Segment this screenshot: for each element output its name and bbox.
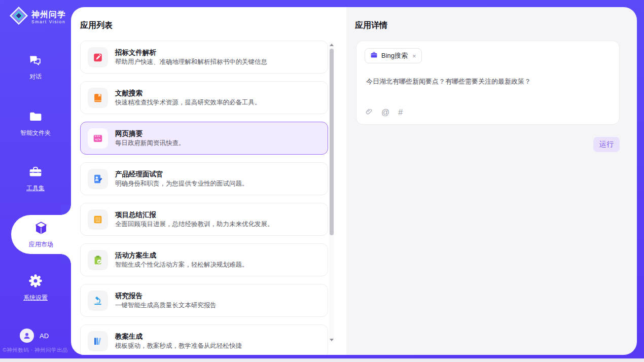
app-desc: 模板驱动，教案秒成，教学准备从此轻松快捷 xyxy=(115,341,242,350)
app-desc: 帮助用户快速、准确地理解和解析招标书中的关键信息 xyxy=(115,57,267,66)
app-desc: 每日政府新闻资讯快查。 xyxy=(115,138,185,148)
sidebar-item-app-market[interactable]: 应用市场 xyxy=(11,215,71,254)
folder-icon xyxy=(28,110,43,125)
app-desc: 智能生成个性化活动方案，轻松解决规划难题。 xyxy=(115,260,248,269)
sidebar-item-label: 系统设置 xyxy=(23,294,48,302)
sidebar-item-chat[interactable]: 对话 xyxy=(0,54,71,81)
microscope-icon xyxy=(88,291,108,311)
app-card-activity-plan[interactable]: 活动方案生成 智能生成个性化活动方案，轻松解决规划难题。 xyxy=(80,243,328,276)
book-icon xyxy=(88,88,108,108)
app-name: 活动方案生成 xyxy=(115,251,248,260)
sidebar-item-settings[interactable]: 系统设置 xyxy=(0,274,71,302)
copyright-text: ©神州数码 · 神州问学出品 xyxy=(3,347,68,354)
browser-code-icon: </> xyxy=(88,128,108,149)
close-icon[interactable]: × xyxy=(411,52,416,60)
input-toolbar: @ # xyxy=(365,107,403,117)
interviewer-icon xyxy=(88,169,108,189)
app-detail-panel: 应用详情 Bing搜索 × 今日湖北有哪些新闻要点？有哪些需要关注的最新政策？ xyxy=(346,7,637,355)
edit-doc-icon xyxy=(88,47,108,67)
sidebar-item-label: 应用市场 xyxy=(29,240,53,249)
tool-tag-label: Bing搜索 xyxy=(381,51,408,60)
app-name: 项目总结汇报 xyxy=(115,210,274,220)
main-content: 应用列表 招标文件解析 帮助用户快速、准确地理解和解析招标书中的关键信息 xyxy=(71,7,637,355)
sidebar-item-toolset[interactable]: 工具集 xyxy=(0,165,71,193)
app-name: 产品经理面试官 xyxy=(115,170,248,179)
user-name: AD xyxy=(40,332,49,340)
hash-icon[interactable]: # xyxy=(398,108,403,117)
app-card-literature-search[interactable]: 文献搜索 快速精准查找学术资源，提高研究效率的必备工具。 xyxy=(80,81,328,114)
app-card-research-report[interactable]: 研究报告 一键智能生成高质量长文本研究报告 xyxy=(80,284,328,317)
scroll-up-arrow-icon[interactable] xyxy=(329,42,334,48)
cube-icon xyxy=(33,221,49,238)
sidebar-item-label: 工具集 xyxy=(26,184,45,193)
app-desc: 一键智能生成高质量长文本研究报告 xyxy=(115,301,217,310)
clipboard-check-icon xyxy=(88,250,108,270)
bottom-strip xyxy=(0,358,644,362)
paperclip-icon[interactable] xyxy=(365,107,373,117)
app-list-scrollbar[interactable] xyxy=(329,42,334,343)
gear-icon xyxy=(28,274,43,290)
app-card-lesson-plan[interactable]: 教案生成 模板驱动，教案秒成，教学准备从此轻松快捷 xyxy=(80,324,328,355)
app-detail-title: 应用详情 xyxy=(355,20,387,31)
mention-icon[interactable]: @ xyxy=(381,108,389,117)
app-name: 研究报告 xyxy=(115,292,217,301)
app-card-pm-interviewer[interactable]: 产品经理面试官 明确身份和职责，为您提供专业性的面试问题。 xyxy=(80,162,328,195)
app-logo: 神州问学 Smart Vision xyxy=(9,6,66,28)
app-name: 文献搜索 xyxy=(115,89,261,98)
note-grid-icon xyxy=(88,209,108,230)
run-button[interactable]: 运行 xyxy=(593,137,620,152)
app-desc: 明确身份和职责，为您提供专业性的面试问题。 xyxy=(115,179,248,188)
app-list-panel: 应用列表 招标文件解析 帮助用户快速、准确地理解和解析招标书中的关键信息 xyxy=(71,7,346,355)
prompt-card: Bing搜索 × 今日湖北有哪些新闻要点？有哪些需要关注的最新政策？ @ # xyxy=(356,41,620,125)
sidebar-item-label: 智能文件夹 xyxy=(20,129,51,137)
avatar xyxy=(20,329,34,343)
scrollbar-thumb[interactable] xyxy=(330,49,334,235)
tool-tag-bing-search[interactable]: Bing搜索 × xyxy=(365,48,422,63)
prompt-text[interactable]: 今日湖北有哪些新闻要点？有哪些需要关注的最新政策？ xyxy=(366,77,611,86)
logo-title: 神州问学 xyxy=(31,10,66,19)
diamond-logo-icon xyxy=(9,6,29,28)
briefcase-icon xyxy=(370,51,378,61)
toolbox-icon xyxy=(28,165,43,180)
app-desc: 全面回顾项目进展，总结经验教训，助力未来优化发展。 xyxy=(115,220,274,229)
app-card-bid-analysis[interactable]: 招标文件解析 帮助用户快速、准确地理解和解析招标书中的关键信息 xyxy=(80,41,328,74)
app-name: 教案生成 xyxy=(115,332,242,341)
sidebar: 神州问学 Smart Vision 对话 智能文件夹 xyxy=(0,0,71,362)
scroll-down-arrow-icon[interactable] xyxy=(329,337,334,343)
app-list-title: 应用列表 xyxy=(80,20,113,31)
app-name: 网页摘要 xyxy=(115,129,185,138)
app-desc: 快速精准查找学术资源，提高研究效率的必备工具。 xyxy=(115,98,261,107)
svg-text:</>: </> xyxy=(95,137,100,140)
chat-icon xyxy=(28,54,43,69)
logo-subtitle: Smart Vision xyxy=(31,19,66,24)
app-card-project-summary[interactable]: 项目总结汇报 全面回顾项目进展，总结经验教训，助力未来优化发展。 xyxy=(80,203,328,236)
books-icon xyxy=(88,331,108,351)
app-name: 招标文件解析 xyxy=(115,48,267,57)
sidebar-item-label: 对话 xyxy=(29,73,42,81)
sidebar-item-smart-folder[interactable]: 智能文件夹 xyxy=(0,110,71,137)
user-account[interactable]: AD xyxy=(20,329,49,343)
app-card-web-summary[interactable]: </> 网页摘要 每日政府新闻资讯快查。 xyxy=(80,122,328,155)
